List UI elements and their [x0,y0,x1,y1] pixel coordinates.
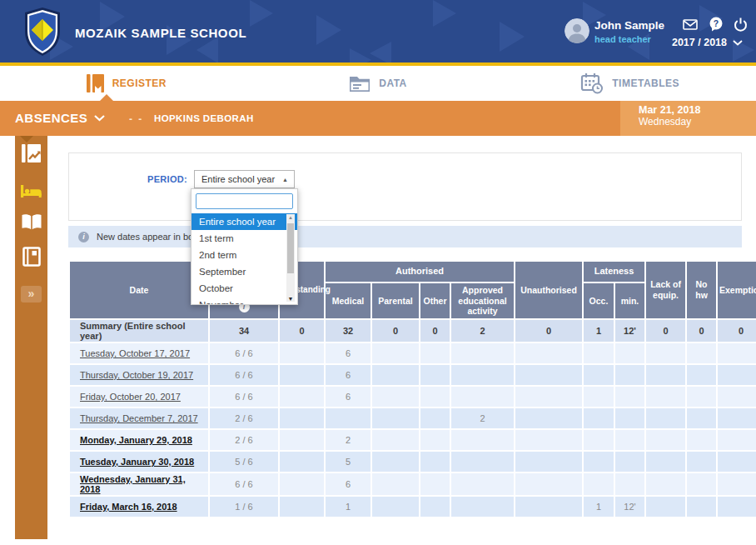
period-select[interactable]: Entire school year ▲ [194,170,295,188]
register-stats-icon[interactable] [15,143,47,163]
table-cell [718,343,756,363]
date-cell: Friday, October 20, 2017 [70,387,208,407]
date-link[interactable]: Tuesday, October 17, 2017 [80,348,190,358]
table-cell [646,387,685,407]
date-link[interactable]: Tuesday, January 30, 2018 [80,457,194,467]
dropdown-option[interactable]: September [191,263,297,280]
scrollbar-thumb[interactable] [287,223,294,273]
dropdown-option[interactable]: 2nd term [191,247,297,263]
notebook-icon[interactable] [15,247,47,267]
shield-icon [23,7,62,57]
table-cell [718,497,756,517]
table-cell [718,365,756,385]
date-link[interactable]: Thursday, December 7, 2017 [80,413,198,423]
table-cell [646,497,685,517]
expand-sidebar-button[interactable]: » [21,286,42,302]
table-cell [515,387,582,407]
svg-text:?: ? [713,18,718,28]
dropdown-option[interactable]: 1st term [191,230,297,247]
table-cell [687,497,716,517]
period-select-value: Entire school year [201,174,275,184]
summary-cell: 0 [515,320,582,342]
summary-cell: 2 [451,320,514,342]
table-cell [646,452,685,472]
tab-register[interactable]: REGISTER [0,66,252,101]
table-cell [718,387,756,407]
scroll-down-icon[interactable]: ▼ [286,296,295,302]
date-cell: Wednesday, January 31, 2018 [70,473,208,495]
dropdown-option[interactable]: November [191,297,297,305]
calendar-clock-icon [580,72,604,94]
table-cell: 6 / 6 [210,343,278,363]
absences-menu[interactable]: ABSENCES [15,111,105,125]
date-link[interactable]: Thursday, October 19, 2017 [80,370,193,380]
col-header-parental: Parental [372,283,419,318]
help-icon[interactable]: ? [709,17,724,32]
table-cell: 5 / 6 [210,452,278,472]
table-cell [718,430,756,450]
table-cell [420,343,450,363]
dropdown-search-input[interactable] [196,193,293,209]
tab-data[interactable]: DATA [252,66,505,101]
dropdown-option-list: Entire school year1st term2nd termSeptem… [191,213,297,305]
info-icon: i [78,232,89,242]
table-cell [372,365,419,385]
table-cell [584,365,614,385]
dropdown-option[interactable]: October [191,280,297,297]
current-weekday: Wednesday [639,116,756,128]
table-cell [372,343,419,363]
summary-cell: 0 [718,320,756,342]
col-header-date: Date [70,262,208,318]
table-cell [372,452,419,472]
table-cell [420,452,450,472]
table-cell [687,343,716,363]
avatar[interactable] [565,18,589,43]
date-link[interactable]: Friday, October 20, 2017 [80,392,181,402]
table-cell [280,473,324,495]
table-cell [420,430,450,450]
school-year-label: 2017 / 2018 [672,37,727,48]
dropdown-scrollbar[interactable]: ▲ ▼ [286,214,295,302]
table-row: Friday, March 16, 20181 / 61112' [70,497,756,517]
col-header-approved: Approved educational activity [451,283,514,318]
table-cell [615,430,644,450]
mail-icon[interactable] [683,19,698,30]
summary-cell: 0 [687,320,716,342]
open-book-icon[interactable] [15,213,47,231]
table-cell: 1 [326,497,371,517]
bed-icon[interactable] [15,183,47,199]
date-link[interactable]: Friday, March 16, 2018 [80,502,177,512]
table-cell [280,452,324,472]
table-cell: 5 [326,452,371,472]
table-cell [372,473,419,495]
school-name: MOZAIK SAMPLE SCHOOL [75,26,246,40]
table-cell [451,497,514,517]
date-link[interactable]: Wednesday, January 31, 2018 [80,474,186,494]
table-cell [420,408,450,428]
group-header-authorised: Authorised [326,262,514,282]
date-link[interactable]: Monday, January 29, 2018 [80,435,192,445]
col-header-exemption: Exemption [718,262,756,318]
school-logo [23,7,62,60]
table-cell [515,430,582,450]
period-panel [68,152,742,221]
table-cell [687,408,716,428]
table-cell [615,473,644,495]
table-cell [451,343,514,363]
table-row: Wednesday, January 31, 20186 / 66 [70,473,756,495]
table-cell [280,497,324,517]
tab-timetables[interactable]: TIMETABLES [504,66,756,101]
tab-register-label: REGISTER [112,78,167,89]
table-cell [584,473,614,495]
table-cell: 6 [326,343,371,363]
power-icon[interactable] [734,18,748,32]
date-cell: Thursday, December 7, 2017 [70,408,208,428]
col-header-other: Other [420,283,450,318]
dropdown-option[interactable]: Entire school year [191,213,297,230]
table-row: Tuesday, January 30, 20185 / 65 [70,452,756,472]
scroll-up-icon[interactable]: ▲ [286,215,295,220]
table-cell [515,473,582,495]
table-cell [646,430,685,450]
school-year-selector[interactable]: 2017 / 2018 [672,37,743,48]
table-cell: 2 / 6 [210,430,278,450]
